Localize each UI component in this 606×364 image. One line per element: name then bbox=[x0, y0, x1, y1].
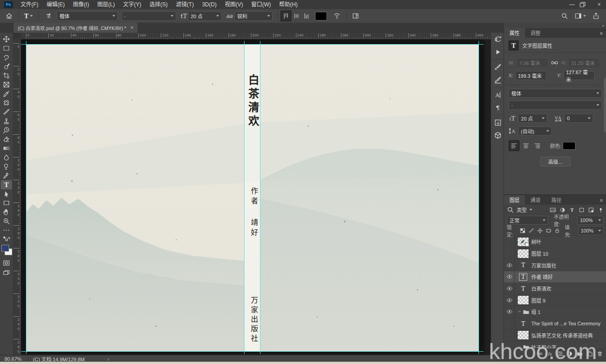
workspace-icon[interactable] bbox=[575, 12, 586, 20]
group-expand-icon[interactable] bbox=[517, 309, 522, 314]
leading-select[interactable]: (自动) bbox=[518, 126, 552, 136]
home-icon[interactable] bbox=[5, 12, 13, 20]
libraries-panel-icon[interactable] bbox=[491, 129, 504, 142]
layers-panel-menu-icon[interactable]: ≡ bbox=[596, 197, 606, 205]
props-align-center-button[interactable] bbox=[521, 141, 531, 151]
tab-layers[interactable]: 图层 bbox=[504, 195, 525, 205]
shape-tool[interactable] bbox=[1, 198, 12, 207]
vertical-ruler[interactable]: 020406080100120140160180200220240260 bbox=[13, 39, 21, 355]
toggle-panels-icon[interactable] bbox=[352, 12, 359, 20]
marquee-tool[interactable] bbox=[1, 44, 12, 53]
layer-row-4[interactable]: T白茶清欢 bbox=[504, 283, 606, 295]
layer-visibility-eye-icon[interactable] bbox=[504, 271, 515, 283]
layer-name[interactable]: The Spirit of ...e Tea Ceremony bbox=[531, 321, 601, 326]
menu-item-4[interactable]: 文字(Y) bbox=[119, 0, 145, 9]
close-icon[interactable]: × bbox=[592, 0, 606, 9]
layer-visibility-eye-icon[interactable] bbox=[504, 283, 515, 294]
tab-channels[interactable]: 通道 bbox=[525, 195, 546, 205]
zoom-level-field[interactable]: 80.67% bbox=[0, 356, 28, 362]
layer-row-0[interactable]: 树叶 bbox=[504, 236, 606, 248]
spine-author-text[interactable]: 作者 靖好 bbox=[248, 187, 259, 238]
zoom-tool[interactable] bbox=[1, 217, 12, 226]
lock-paint-icon[interactable] bbox=[529, 228, 534, 233]
smartobject-filter-icon[interactable] bbox=[588, 207, 594, 213]
document-viewport[interactable]: 白茶清欢 作者 靖好 万家出版社 bbox=[21, 39, 491, 355]
warp-text-icon[interactable]: T bbox=[333, 12, 341, 20]
paragraph-panel-icon[interactable]: ¶ bbox=[491, 101, 504, 114]
document-tab[interactable]: (C) 白茶清欢.psd @ 80.7% (作者 靖好, CMYK/8#) * … bbox=[14, 23, 137, 33]
guide-spine-left[interactable] bbox=[244, 41, 244, 354]
props-color-swatch[interactable] bbox=[563, 142, 575, 150]
props-align-left-button[interactable] bbox=[509, 140, 519, 151]
layer-name[interactable]: 图层 10 bbox=[531, 250, 548, 257]
share-icon[interactable] bbox=[592, 12, 600, 20]
tab-adjustments[interactable]: 调整 bbox=[525, 28, 546, 38]
guide-spine-right[interactable] bbox=[260, 41, 260, 354]
lock-position-icon[interactable] bbox=[537, 228, 543, 233]
menu-item-9[interactable]: 窗口(W) bbox=[247, 0, 275, 9]
align-center-button[interactable] bbox=[291, 11, 301, 21]
link-dimensions-icon[interactable] bbox=[551, 59, 558, 66]
menu-item-5[interactable]: 选择(S) bbox=[145, 0, 172, 9]
anti-alias-select[interactable]: 锐利 bbox=[234, 11, 273, 21]
close-tab-icon[interactable]: × bbox=[130, 25, 133, 31]
properties-scrollbar[interactable] bbox=[604, 78, 606, 132]
hand-tool[interactable] bbox=[1, 207, 12, 217]
swap-colors-icon[interactable] bbox=[0, 236, 13, 243]
lock-all-icon[interactable] bbox=[555, 228, 560, 233]
brush-tool[interactable] bbox=[1, 107, 12, 116]
layer-visibility-empty[interactable] bbox=[504, 248, 515, 259]
history-panel-icon[interactable] bbox=[491, 33, 504, 46]
lasso-tool[interactable] bbox=[1, 53, 12, 62]
panel-menu-icon[interactable]: ≡ bbox=[596, 30, 606, 38]
restore-icon[interactable] bbox=[579, 1, 592, 8]
menu-item-2[interactable]: 图像(I) bbox=[69, 0, 93, 9]
frame-tool[interactable] bbox=[1, 80, 12, 89]
horizontal-ruler[interactable]: 0204060801001201401601802002202402602803… bbox=[21, 33, 491, 40]
healing-brush-tool[interactable] bbox=[1, 98, 12, 107]
gradient-tool[interactable] bbox=[1, 144, 12, 153]
thumbnail-filter-icon[interactable] bbox=[550, 207, 556, 213]
fill-select[interactable]: 100% bbox=[578, 226, 604, 235]
menu-item-1[interactable]: 编辑(E) bbox=[42, 0, 69, 9]
crop-tool[interactable] bbox=[1, 71, 12, 80]
actions-panel-icon[interactable] bbox=[491, 46, 504, 58]
props-font-style-select[interactable]: - bbox=[509, 101, 602, 110]
eraser-tool[interactable] bbox=[1, 135, 12, 144]
delete-layer-icon[interactable] bbox=[597, 351, 603, 357]
type-tool-preset-icon[interactable]: T bbox=[24, 13, 33, 20]
quick-selection-tool[interactable] bbox=[1, 62, 12, 71]
menu-item-8[interactable]: 视图(V) bbox=[221, 0, 247, 9]
text-color-swatch[interactable] bbox=[315, 12, 327, 20]
layer-row-3[interactable]: T作者 靖好 bbox=[504, 271, 606, 283]
filter-search-icon[interactable] bbox=[507, 206, 514, 213]
props-size-select[interactable]: 20 点 bbox=[518, 114, 547, 123]
brush-settings-panel-icon[interactable] bbox=[491, 61, 504, 73]
foreground-color-swatch[interactable] bbox=[1, 245, 9, 252]
tab-properties[interactable]: 属性 bbox=[504, 28, 525, 38]
layer-row-5[interactable]: 图层 9 bbox=[504, 294, 606, 306]
lock-transparency-icon[interactable] bbox=[520, 228, 525, 233]
move-tool[interactable] bbox=[1, 35, 12, 44]
font-family-select[interactable]: 楷体 bbox=[57, 11, 118, 21]
pen-tool[interactable] bbox=[1, 171, 12, 180]
status-expand-icon[interactable]: › bbox=[89, 356, 109, 362]
align-bottom-button[interactable] bbox=[301, 11, 311, 21]
layer-visibility-eye-icon[interactable] bbox=[504, 306, 515, 318]
y-field[interactable]: 127.67 毫米 bbox=[564, 71, 595, 80]
guide-top[interactable] bbox=[21, 44, 484, 45]
spine-publisher-text[interactable]: 万家出版社 bbox=[248, 296, 259, 344]
character-panel-icon[interactable]: A bbox=[491, 88, 504, 101]
layer-visibility-eye-icon[interactable] bbox=[504, 294, 515, 306]
layer-name[interactable]: 白茶清欢 bbox=[531, 285, 551, 292]
layer-name[interactable]: 图层 9 bbox=[531, 297, 545, 304]
guide-bottom[interactable] bbox=[21, 351, 484, 352]
type-tool[interactable]: T bbox=[1, 180, 12, 189]
eyedropper-tool[interactable] bbox=[1, 89, 12, 98]
layer-visibility-eye-icon[interactable] bbox=[504, 259, 515, 271]
lock-artboard-icon[interactable] bbox=[546, 228, 551, 233]
layer-name[interactable]: 万家出版社 bbox=[531, 262, 556, 269]
filter-type-label[interactable]: 类型 bbox=[517, 206, 527, 213]
toolbar-more[interactable] bbox=[1, 226, 12, 235]
props-font-family-select[interactable]: 楷体 bbox=[509, 89, 602, 98]
